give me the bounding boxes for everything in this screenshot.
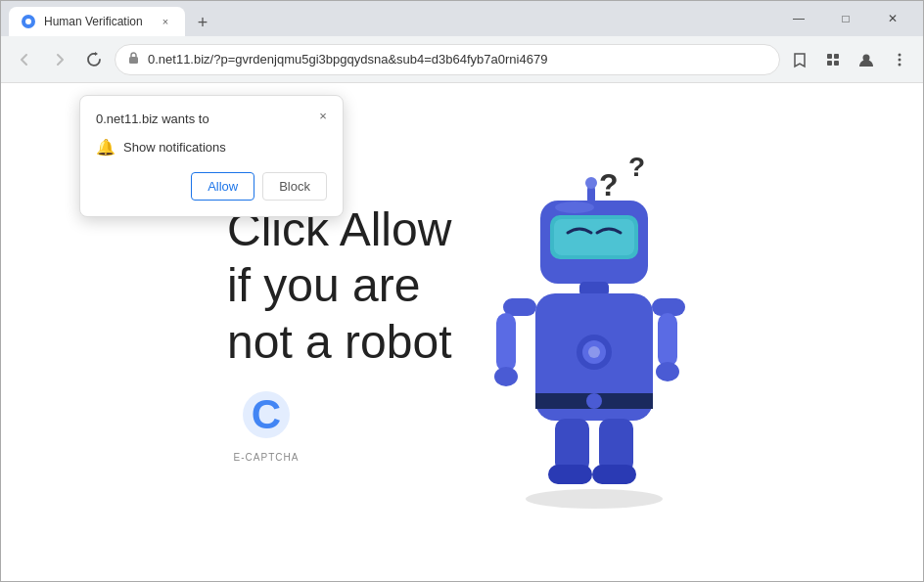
svg-rect-31 bbox=[658, 313, 677, 367]
page-content: × 0.net11.biz wants to 🔔 Show notificati… bbox=[1, 83, 923, 581]
menu-button[interactable] bbox=[884, 44, 915, 75]
bookmark-button[interactable] bbox=[784, 44, 815, 75]
svg-point-8 bbox=[899, 53, 901, 56]
svg-point-26 bbox=[586, 393, 602, 409]
minimize-button[interactable]: — bbox=[776, 3, 821, 34]
allow-button[interactable]: Allow bbox=[191, 172, 254, 201]
notification-popup: × 0.net11.biz wants to 🔔 Show notificati… bbox=[79, 95, 344, 217]
main-text-section: Click Allow if you are not a robot C E-C… bbox=[149, 201, 462, 464]
svg-rect-35 bbox=[548, 465, 592, 484]
notification-close-button[interactable]: × bbox=[313, 106, 333, 125]
svg-rect-33 bbox=[555, 419, 589, 472]
notification-permission-text: Show notifications bbox=[123, 140, 226, 155]
svg-rect-2 bbox=[129, 57, 138, 64]
browser-toolbar: 0.net11.biz/?p=gvrdenjqmu5gi3bpgqydsna&s… bbox=[1, 36, 923, 83]
svg-point-38 bbox=[555, 201, 594, 213]
svg-point-1 bbox=[25, 19, 31, 24]
tab-strip: Human Verification × + bbox=[9, 1, 764, 36]
svg-point-10 bbox=[899, 63, 901, 66]
new-tab-button[interactable]: + bbox=[189, 9, 216, 36]
bell-icon: 🔔 bbox=[96, 138, 116, 157]
svg-rect-4 bbox=[834, 54, 839, 59]
svg-rect-3 bbox=[827, 54, 832, 59]
tab-title: Human Verification bbox=[44, 15, 150, 28]
svg-point-37 bbox=[526, 489, 663, 509]
svg-point-19 bbox=[585, 177, 597, 189]
svg-rect-17 bbox=[554, 219, 634, 255]
captcha-icon: C bbox=[241, 389, 292, 448]
svg-text:?: ? bbox=[628, 152, 645, 182]
toolbar-actions bbox=[784, 44, 915, 75]
notification-permission: 🔔 Show notifications bbox=[96, 138, 327, 157]
tab-close-button[interactable]: × bbox=[158, 14, 173, 29]
svg-point-29 bbox=[494, 367, 518, 386]
captcha-logo: C E-CAPTCHA bbox=[227, 389, 305, 463]
main-heading: Click Allow if you are not a robot bbox=[227, 201, 462, 371]
window-close-button[interactable]: ✕ bbox=[870, 3, 915, 34]
title-bar: Human Verification × + — □ ✕ bbox=[1, 1, 923, 36]
back-button[interactable] bbox=[9, 44, 40, 75]
captcha-label: E-CAPTCHA bbox=[234, 452, 300, 463]
svg-point-32 bbox=[656, 362, 679, 381]
notification-buttons: Allow Block bbox=[96, 172, 327, 201]
address-bar[interactable]: 0.net11.biz/?p=gvrdenjqmu5gi3bpgqydsna&s… bbox=[115, 44, 780, 75]
active-tab[interactable]: Human Verification × bbox=[9, 7, 185, 36]
svg-point-24 bbox=[588, 346, 600, 358]
robot-illustration: ? ? bbox=[462, 147, 716, 518]
svg-rect-34 bbox=[599, 419, 633, 472]
extensions-button[interactable] bbox=[817, 44, 849, 75]
reload-button[interactable] bbox=[79, 44, 111, 75]
svg-text:C: C bbox=[252, 391, 281, 437]
profile-button[interactable] bbox=[851, 44, 882, 75]
svg-rect-5 bbox=[827, 61, 832, 66]
svg-rect-28 bbox=[496, 313, 516, 372]
svg-text:?: ? bbox=[599, 167, 619, 202]
tab-favicon bbox=[21, 14, 36, 29]
block-button[interactable]: Block bbox=[262, 172, 327, 201]
maximize-button[interactable]: □ bbox=[823, 3, 868, 34]
lock-icon bbox=[127, 51, 140, 67]
forward-button[interactable] bbox=[44, 44, 75, 75]
chrome-window: Human Verification × + — □ ✕ bbox=[0, 0, 924, 582]
url-text: 0.net11.biz/?p=gvrdenjqmu5gi3bpgqydsna&s… bbox=[148, 52, 767, 67]
notification-site-text: 0.net11.biz wants to bbox=[96, 112, 327, 126]
window-controls: — □ ✕ bbox=[776, 3, 915, 34]
svg-rect-36 bbox=[592, 465, 636, 484]
svg-rect-6 bbox=[834, 61, 839, 66]
svg-point-9 bbox=[899, 58, 901, 61]
